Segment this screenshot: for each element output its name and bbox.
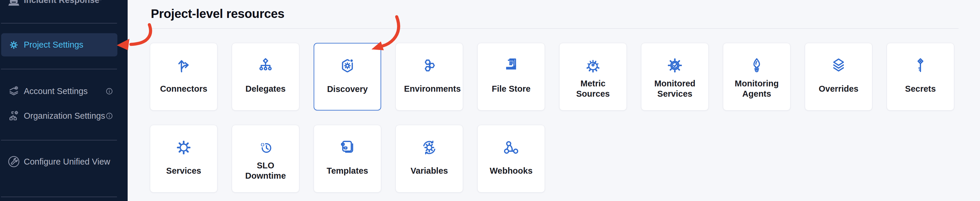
resource-card-file-store[interactable]: File Store bbox=[477, 43, 545, 110]
resource-card-label: Environments bbox=[404, 84, 455, 94]
resource-card-slo-downtime[interactable]: SLO Downtime bbox=[232, 125, 299, 193]
sidebar: Incident Response Project Settings Accou… bbox=[0, 0, 127, 201]
resource-card-environments[interactable]: Environments bbox=[396, 43, 463, 110]
resource-card-label: Monitoring Agents bbox=[732, 78, 782, 99]
incident-response-icon bbox=[8, 0, 20, 6]
resource-card-discovery[interactable]: Discovery bbox=[313, 43, 381, 110]
resource-card-label: Metric Sources bbox=[568, 78, 618, 99]
variables-icon bbox=[420, 139, 438, 156]
resource-card-grid: Connectors Delegates Discovery Environme… bbox=[150, 43, 954, 193]
resource-card-label: Secrets bbox=[905, 84, 936, 94]
resource-card-monitoring-agents[interactable]: Monitoring Agents bbox=[723, 43, 791, 110]
discovery-icon bbox=[338, 57, 356, 75]
gear-icon bbox=[8, 39, 20, 51]
resource-card-metric-sources[interactable]: Metric Sources bbox=[559, 43, 627, 110]
resource-card-label: Services bbox=[166, 166, 201, 176]
resource-card-services[interactable]: Services bbox=[150, 125, 218, 193]
sidebar-item-configure-unified-view[interactable]: Configure Unified View bbox=[1, 154, 118, 169]
resource-card-connectors[interactable]: Connectors bbox=[150, 43, 218, 110]
overrides-icon bbox=[829, 56, 848, 75]
resource-card-label: Connectors bbox=[160, 84, 207, 94]
secrets-icon bbox=[912, 56, 929, 75]
info-icon[interactable] bbox=[105, 87, 113, 95]
monitoring-agents-icon bbox=[748, 56, 766, 75]
sidebar-item-organization-settings[interactable]: Organization Settings bbox=[1, 108, 118, 124]
templates-icon bbox=[338, 139, 356, 156]
resource-card-label: SLO Downtime bbox=[240, 160, 291, 181]
resource-card-label: Templates bbox=[326, 166, 368, 176]
sidebar-item-label: Account Settings bbox=[24, 86, 88, 96]
sidebar-item-account-settings[interactable]: Account Settings bbox=[1, 83, 118, 99]
resource-card-label: Delegates bbox=[245, 84, 285, 94]
resource-card-overrides[interactable]: Overrides bbox=[805, 43, 872, 110]
page-title: Project-level resources bbox=[151, 6, 284, 21]
sidebar-item-label: Project Settings bbox=[24, 40, 83, 49]
monitored-services-icon bbox=[666, 56, 684, 75]
sidebar-item-label: Incident Response bbox=[24, 0, 99, 5]
organization-hierarchy-gear-icon bbox=[8, 110, 20, 122]
sidebar-item-label: Configure Unified View bbox=[24, 157, 110, 167]
resource-card-label: Overrides bbox=[819, 84, 858, 94]
file-store-icon bbox=[502, 56, 520, 75]
webhooks-icon bbox=[502, 139, 520, 156]
wrench-circle-icon bbox=[8, 155, 20, 168]
resource-card-templates[interactable]: Templates bbox=[313, 125, 381, 193]
sidebar-item-incident-response[interactable]: Incident Response bbox=[1, 0, 118, 9]
sidebar-divider bbox=[1, 140, 117, 140]
account-settings-layers-gear-icon bbox=[8, 85, 20, 97]
sidebar-divider bbox=[1, 196, 117, 197]
resource-card-webhooks[interactable]: Webhooks bbox=[477, 125, 545, 193]
resource-card-secrets[interactable]: Secrets bbox=[887, 43, 954, 110]
resource-card-label: Variables bbox=[410, 166, 448, 176]
resource-card-label: File Store bbox=[492, 84, 530, 94]
delegates-icon bbox=[256, 56, 275, 75]
resource-card-label: Discovery bbox=[327, 84, 368, 94]
resource-card-monitored-services[interactable]: Monitored Services bbox=[641, 43, 709, 110]
info-icon[interactable] bbox=[105, 112, 113, 120]
sidebar-item-label: Organization Settings bbox=[24, 111, 105, 121]
app-screen: Incident Response Project Settings Accou… bbox=[0, 0, 980, 201]
resource-card-delegates[interactable]: Delegates bbox=[232, 43, 299, 110]
metric-sources-icon bbox=[584, 56, 602, 75]
resource-card-label: Webhooks bbox=[490, 166, 533, 176]
environments-icon bbox=[420, 56, 438, 75]
chevron-right-icon bbox=[99, 0, 102, 3]
slo-downtime-icon bbox=[256, 139, 275, 156]
connectors-icon bbox=[175, 56, 193, 75]
sidebar-divider bbox=[1, 23, 117, 24]
services-icon bbox=[175, 139, 193, 156]
sidebar-item-project-settings[interactable]: Project Settings bbox=[1, 33, 118, 56]
resource-card-variables[interactable]: Variables bbox=[396, 125, 463, 193]
resource-card-label: Monitored Services bbox=[650, 78, 700, 99]
section-divider bbox=[151, 28, 959, 29]
sidebar-divider bbox=[1, 69, 117, 69]
